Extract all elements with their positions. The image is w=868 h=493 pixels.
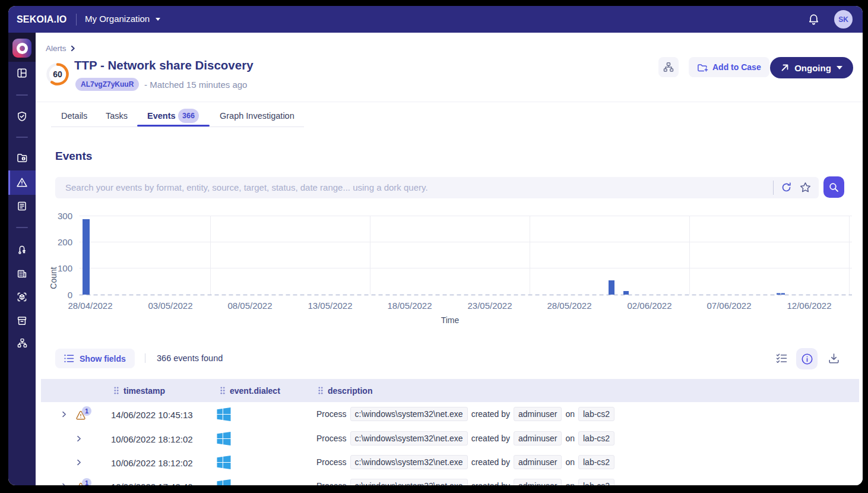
svg-text:13/05/2022: 13/05/2022 — [308, 301, 352, 311]
svg-text:300: 300 — [58, 211, 72, 221]
svg-text:Count: Count — [49, 267, 58, 289]
svg-text:100: 100 — [58, 263, 72, 273]
svg-text:23/05/2022: 23/05/2022 — [467, 301, 512, 311]
svg-text:18/05/2022: 18/05/2022 — [387, 301, 432, 311]
svg-text:08/05/2022: 08/05/2022 — [227, 301, 272, 311]
svg-text:28/05/2022: 28/05/2022 — [547, 301, 591, 311]
svg-text:Time: Time — [441, 315, 460, 325]
svg-text:02/06/2022: 02/06/2022 — [627, 301, 671, 311]
svg-text:28/04/2022: 28/04/2022 — [68, 301, 112, 311]
svg-text:07/06/2022: 07/06/2022 — [707, 301, 751, 311]
svg-text:03/05/2022: 03/05/2022 — [148, 301, 192, 311]
svg-text:12/06/2022: 12/06/2022 — [787, 301, 831, 311]
svg-text:200: 200 — [58, 237, 72, 247]
svg-text:0: 0 — [68, 290, 72, 300]
